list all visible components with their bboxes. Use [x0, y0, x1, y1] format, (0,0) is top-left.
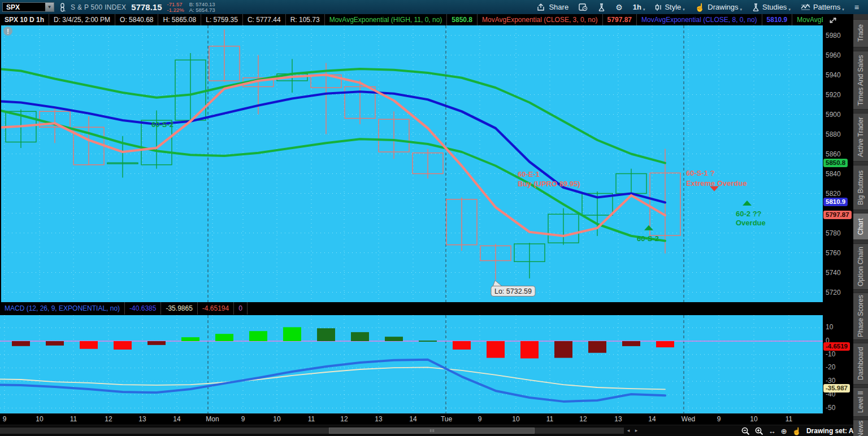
macd-avg: -35.9865 — [161, 302, 197, 315]
price-axis-tick: 5900 — [826, 110, 841, 119]
time-axis-label: 12 — [98, 415, 119, 423]
bid-value: B: 5740.13 — [189, 2, 215, 7]
price-axis-tick: 5820 — [826, 189, 841, 198]
macd-panel[interactable] — [0, 315, 823, 413]
sidebar-tab-times-and-sales[interactable]: Times And Sales — [853, 51, 868, 110]
price-axis-tick: 5740 — [826, 268, 841, 277]
link-icon[interactable] — [59, 3, 66, 12]
price-value-badge: 5810.9 — [823, 198, 848, 206]
symbol-input[interactable]: SPX ▼ — [2, 2, 54, 12]
time-axis-label: 12 — [573, 415, 593, 423]
symbol-dropdown-button[interactable]: ▼ — [45, 3, 54, 11]
sidebar-tab-level-ii[interactable]: Level II — [853, 387, 868, 417]
time-axis-label: 14 — [642, 415, 662, 423]
chart-annotation: 60-S-2 — [151, 120, 173, 129]
share-icon — [537, 3, 546, 11]
zoom-out-icon[interactable] — [741, 427, 750, 435]
time-axis-label: 9 — [0, 415, 15, 423]
studies-button[interactable]: Studies ▾ — [748, 0, 795, 14]
change-value: -71.57 — [167, 2, 184, 7]
hamburger-menu-icon: ≡ — [854, 3, 859, 11]
time-axis-label: 9 — [233, 415, 253, 423]
study-value-ema3: 5797.87 — [603, 14, 637, 25]
sidebar-tab-live-news[interactable]: Live News — [853, 420, 868, 436]
quick-study-button[interactable] — [593, 0, 610, 14]
drawings-button[interactable]: ☝ Drawings ▾ — [691, 0, 747, 14]
macd-svg — [0, 315, 823, 413]
time-axis-label: 10 — [29, 415, 50, 423]
menu-button[interactable]: ≡ — [850, 0, 863, 14]
settings-button[interactable]: ⚙ — [611, 0, 627, 14]
scroll-left-arrow[interactable]: ◂ — [625, 428, 632, 434]
sidebar-tab-dashboard[interactable]: Dashboard — [853, 343, 868, 385]
study-label-ema3[interactable]: MovAvgExponential (CLOSE, 3, 0, no) — [478, 14, 603, 25]
price-axis-column[interactable]: 5980596059405920590058805860584058205780… — [823, 14, 853, 425]
macd-axis-tick: -10 — [826, 350, 835, 359]
crosshair-mode-icon[interactable]: ⊕ — [781, 427, 787, 435]
detach-restore-icon[interactable] — [827, 16, 840, 25]
sidebar-tab-phase-scores[interactable]: Phase Scores — [853, 293, 868, 340]
zoom-in-icon[interactable] — [755, 427, 763, 435]
share-button[interactable]: Share — [533, 0, 573, 14]
buy-signal-triangle — [644, 225, 653, 230]
hand-icon: ☝ — [695, 3, 705, 11]
study-label-ema-high[interactable]: MovAvgExponential (HIGH, 11, 0, no) — [325, 14, 448, 25]
low-price-bubble: Lo: 5732.59 — [491, 280, 535, 296]
price-axis-tick: 5840 — [826, 169, 841, 178]
sidebar-tab-big-buttons[interactable]: Big Buttons — [853, 165, 868, 210]
price-chart-panel[interactable]: 60-S-260-E-1Buy (UPRO 89.95)60-S-1 ?Extr… — [0, 25, 823, 302]
timeframe-button[interactable]: 1h ▾ — [628, 0, 650, 14]
sidebar-tab-active-trader[interactable]: Active Trader — [853, 113, 868, 162]
price-axis-tick: 5940 — [826, 71, 841, 80]
pan-horizontal-icon[interactable]: ↔ — [769, 427, 776, 435]
time-axis-label: 10 — [506, 415, 526, 423]
time-axis[interactable]: 91011121314Mon91011121314Tue91011121314W… — [0, 413, 823, 425]
style-icon — [655, 3, 662, 11]
price-axis-tick: 5780 — [826, 229, 841, 238]
price-axis-tick: 5720 — [826, 288, 841, 297]
time-axis-label: 9 — [470, 415, 490, 423]
scroll-right-arrow[interactable]: ▸ — [633, 428, 640, 434]
study-label-ema8[interactable]: MovAvgExponential (CLOSE, 8, 0, no) — [637, 14, 762, 25]
time-axis-label: 14 — [403, 415, 423, 423]
bar-range: R: 105.73 — [286, 14, 325, 25]
zigzag-pattern-icon — [801, 3, 810, 11]
scrollbar-thumb[interactable] — [329, 428, 535, 434]
bar-high: H: 5865.08 — [158, 14, 201, 25]
sidebar-tab-option-chain[interactable]: Option Chain — [853, 243, 868, 290]
macd-zeroline: 0 — [234, 302, 248, 315]
time-axis-label: Wed — [678, 415, 698, 423]
time-axis-label: Mon — [202, 415, 223, 423]
study-value-ema-high: 5850.8 — [447, 14, 478, 25]
sidebar-tab-trade[interactable]: Trade — [853, 19, 868, 47]
patterns-button[interactable]: Patterns ▾ — [796, 0, 849, 14]
bottom-bar: ◂ ▸ ↔ ⊕ ☝ Drawing set: All ▾ — [0, 425, 868, 436]
style-button[interactable]: Style ▾ — [650, 0, 689, 14]
cursor-hand-icon[interactable]: ☝ — [792, 427, 801, 435]
svg-text:!: ! — [7, 28, 9, 36]
bar-close: C: 5777.44 — [243, 14, 286, 25]
alert-icon: ! — [3, 27, 12, 36]
symbol-group: SPX ▼ S & P 500 INDEX 5778.15 -71.57 -1.… — [0, 2, 215, 13]
thinkorswim-chart-window: SPX ▼ S & P 500 INDEX 5778.15 -71.57 -1.… — [0, 0, 868, 436]
chart-zoom-controls: ↔ ⊕ ☝ — [741, 425, 801, 436]
flask-icon — [752, 3, 760, 11]
time-axis-label: 11 — [301, 415, 322, 423]
last-price: 5778.15 — [131, 2, 162, 12]
sell-signal-triangle — [710, 186, 719, 191]
calendar-events-button[interactable] — [574, 0, 592, 14]
price-axis-tick: 5980 — [826, 31, 841, 40]
chart-title: SPX 10 D 1h — [0, 14, 49, 25]
macd-histogram — [12, 327, 674, 358]
time-axis-label: 9 — [709, 415, 729, 423]
study-value-ema8: 5810.9 — [762, 14, 793, 25]
chart-scrollbar[interactable] — [0, 428, 624, 434]
chart-annotation: 60-E-1 — [518, 170, 540, 178]
price-axis-tick: 5860 — [826, 150, 841, 159]
time-axis-label: 11 — [540, 415, 560, 423]
macd-axis-tick: -20 — [826, 363, 835, 372]
macd-study-label[interactable]: MACD (12, 26, 9, EXPONENTIAL, no) — [0, 302, 125, 315]
sidebar-tab-chart[interactable]: Chart — [853, 213, 868, 240]
ohlc-row: SPX 10 D 1h D: 3/4/25, 2:00 PM O: 5840.6… — [0, 14, 823, 25]
macd-gridlines — [0, 315, 823, 413]
